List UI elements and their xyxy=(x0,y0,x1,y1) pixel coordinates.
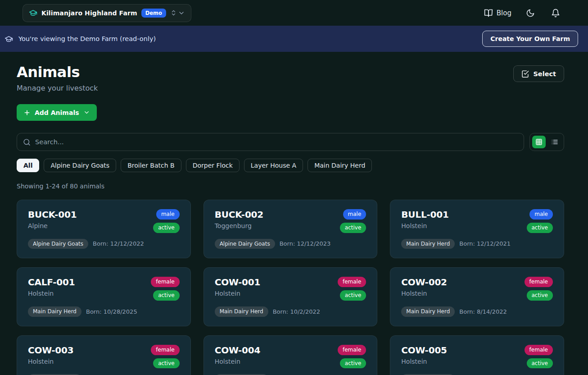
grid-view-button[interactable] xyxy=(532,136,546,148)
demo-banner: You're viewing the Demo Farm (read-only)… xyxy=(0,26,588,52)
animal-id: CALF-001 xyxy=(28,277,75,288)
check-square-icon xyxy=(521,70,529,78)
animal-breed: Holstein xyxy=(215,290,261,297)
banner-message: You're viewing the Demo Farm (read-only) xyxy=(18,35,156,42)
list-icon xyxy=(551,138,558,146)
list-view-button[interactable] xyxy=(548,136,561,148)
sex-badge: female xyxy=(525,345,553,355)
book-open-icon xyxy=(484,9,493,18)
grid-icon xyxy=(535,138,543,146)
sex-badge: male xyxy=(156,209,180,220)
born-date: Born: 12/12/2023 xyxy=(280,240,331,247)
animal-card[interactable]: COW-001 Holstein female active Main Dair… xyxy=(204,267,378,326)
status-badge: active xyxy=(153,358,179,369)
notifications-button[interactable] xyxy=(549,7,562,19)
search-icon xyxy=(23,138,31,146)
animal-id: COW-002 xyxy=(401,277,447,288)
status-badge: active xyxy=(340,358,366,369)
plus-icon xyxy=(23,109,31,116)
graduation-cap-icon xyxy=(29,9,37,17)
page-subtitle: Manage your livestock xyxy=(17,84,98,92)
blog-label: Blog xyxy=(497,9,511,17)
farm-name: Kilimanjaro Highland Farm xyxy=(41,9,137,17)
animal-id: BUCK-002 xyxy=(215,209,263,220)
select-button[interactable]: Select xyxy=(513,65,564,82)
filter-chips: AllAlpine Dairy GoatsBroiler Batch BDorp… xyxy=(17,159,564,172)
theme-toggle-button[interactable] xyxy=(524,7,537,19)
animal-id: COW-003 xyxy=(28,345,74,356)
animal-card[interactable]: BUCK-002 Toggenburg male active Alpine D… xyxy=(204,200,378,258)
animal-id: BUCK-001 xyxy=(28,209,77,220)
status-badge: active xyxy=(340,223,366,233)
select-label: Select xyxy=(533,70,556,78)
animal-card[interactable]: COW-002 Holstein female active Main Dair… xyxy=(390,267,564,326)
animal-breed: Toggenburg xyxy=(215,222,263,229)
animal-card[interactable]: COW-004 Holstein female active Main Dair… xyxy=(204,335,378,375)
status-badge: active xyxy=(153,223,179,233)
search-input[interactable] xyxy=(35,138,518,146)
results-summary: Showing 1-24 of 80 animals xyxy=(17,183,564,190)
status-badge: active xyxy=(153,290,179,301)
filter-chip-broiler-batch-b[interactable]: Broiler Batch B xyxy=(121,159,181,172)
group-tag: Alpine Dairy Goats xyxy=(28,239,88,249)
status-badge: active xyxy=(527,290,553,301)
graduation-cap-icon xyxy=(5,35,13,43)
animal-breed: Holstein xyxy=(215,358,261,365)
animal-id: BULL-001 xyxy=(401,209,448,220)
animal-id: COW-005 xyxy=(401,345,447,356)
animal-card[interactable]: CALF-001 Holstein female active Main Dai… xyxy=(17,267,191,326)
animal-card[interactable]: COW-003 Holstein female active Main Dair… xyxy=(17,335,191,375)
add-animals-button[interactable]: Add Animals xyxy=(17,104,97,121)
create-your-own-farm-button[interactable]: Create Your Own Farm xyxy=(482,31,578,47)
filter-chip-layer-house-a[interactable]: Layer House A xyxy=(244,159,303,172)
chevrons-up-down-icon xyxy=(170,9,177,16)
filter-chip-all[interactable]: All xyxy=(17,159,39,172)
animal-card[interactable]: BUCK-001 Alpine male active Alpine Dairy… xyxy=(17,200,191,258)
sex-badge: male xyxy=(343,209,366,220)
sex-badge: female xyxy=(338,345,366,355)
filter-chip-dorper-flock[interactable]: Dorper Flock xyxy=(186,159,240,172)
top-nav: Kilimanjaro Highland Farm Demo Blog xyxy=(0,0,588,26)
group-tag: Alpine Dairy Goats xyxy=(215,239,275,249)
group-tag: Main Dairy Herd xyxy=(401,306,455,317)
born-date: Born: 10/28/2025 xyxy=(86,308,137,315)
page-title: Animals xyxy=(17,64,98,81)
demo-badge: Demo xyxy=(141,9,166,18)
moon-icon xyxy=(526,9,535,18)
bell-icon xyxy=(551,9,560,18)
filter-chip-main-dairy-herd[interactable]: Main Dairy Herd xyxy=(308,159,372,172)
animal-grid: BUCK-001 Alpine male active Alpine Dairy… xyxy=(17,200,564,375)
group-tag: Main Dairy Herd xyxy=(215,306,268,317)
animal-id: COW-001 xyxy=(215,277,261,288)
born-date: Born: 8/14/2022 xyxy=(459,308,507,315)
animal-breed: Alpine xyxy=(28,222,77,229)
chevron-down-icon xyxy=(178,9,185,17)
chevron-down-icon xyxy=(83,109,90,116)
search-box xyxy=(17,133,524,151)
group-tag: Main Dairy Herd xyxy=(28,306,81,317)
animal-id: COW-004 xyxy=(215,345,261,356)
sex-badge: male xyxy=(529,209,553,220)
view-toggle xyxy=(529,133,564,151)
sex-badge: female xyxy=(151,277,179,287)
animal-breed: Holstein xyxy=(401,358,447,365)
sex-badge: female xyxy=(338,277,366,287)
group-tag: Main Dairy Herd xyxy=(401,239,455,249)
animal-breed: Holstein xyxy=(28,358,74,365)
animals-page: Animals Manage your livestock Select Add… xyxy=(0,52,588,375)
born-date: Born: 12/12/2021 xyxy=(459,240,511,247)
status-badge: active xyxy=(340,290,366,301)
animal-breed: Holstein xyxy=(401,290,447,297)
sex-badge: female xyxy=(151,345,179,355)
animal-breed: Holstein xyxy=(401,222,448,229)
sex-badge: female xyxy=(525,277,553,287)
blog-link[interactable]: Blog xyxy=(484,9,511,18)
animal-card[interactable]: COW-005 Holstein female active Main Dair… xyxy=(390,335,564,375)
animal-breed: Holstein xyxy=(28,290,75,297)
farm-selector[interactable]: Kilimanjaro Highland Farm Demo xyxy=(23,4,191,22)
animal-card[interactable]: BULL-001 Holstein male active Main Dairy… xyxy=(390,200,564,258)
status-badge: active xyxy=(527,223,553,233)
filter-chip-alpine-dairy-goats[interactable]: Alpine Dairy Goats xyxy=(44,159,116,172)
add-animals-label: Add Animals xyxy=(35,109,79,116)
born-date: Born: 12/12/2022 xyxy=(93,240,144,247)
